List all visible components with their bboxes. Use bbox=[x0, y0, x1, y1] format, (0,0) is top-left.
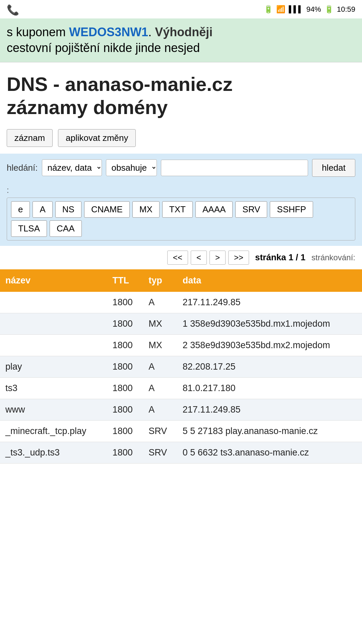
cell-name: www bbox=[0, 399, 107, 420]
filter-label: : bbox=[7, 185, 355, 195]
cell-ttl: 1800 bbox=[107, 356, 143, 377]
pagination-next-button[interactable]: > bbox=[209, 251, 226, 265]
col-name: název bbox=[0, 269, 107, 292]
dns-table: název TTL typ data 1800 A 217.11.249.85 … bbox=[0, 269, 362, 464]
filter-tab-tlsa[interactable]: TLSA bbox=[11, 220, 47, 237]
cell-type: SRV bbox=[143, 442, 177, 463]
ad-banner: s kuponem WEDOS3NW1. Výhodněji cestovní … bbox=[0, 18, 362, 62]
pagination-page-info: stránka 1 / 1 bbox=[255, 252, 305, 263]
pagination-prev-button[interactable]: < bbox=[191, 251, 207, 265]
filter-tab-cname[interactable]: CNAME bbox=[84, 201, 130, 218]
cell-type: MX bbox=[143, 334, 177, 356]
table-row[interactable]: _ts3._udp.ts3 1800 SRV 0 5 6632 ts3.anan… bbox=[0, 442, 362, 463]
col-ttl: TTL bbox=[107, 269, 143, 292]
cell-data: 217.11.249.85 bbox=[177, 292, 362, 313]
col-data: data bbox=[177, 269, 362, 292]
search-input[interactable] bbox=[161, 160, 308, 176]
col-type: typ bbox=[143, 269, 177, 292]
phone-icon: 📞 bbox=[7, 4, 19, 16]
search-condition-select[interactable]: obsahuje je bbox=[106, 159, 157, 176]
signal-icon: ▌▌▌ bbox=[289, 5, 303, 13]
cell-type: MX bbox=[143, 313, 177, 334]
filter-tab-aaaa[interactable]: AAAA bbox=[195, 201, 233, 218]
pagination-extra: stránkování: bbox=[311, 253, 355, 262]
table-row[interactable]: www 1800 A 217.11.249.85 bbox=[0, 399, 362, 420]
cell-ttl: 1800 bbox=[107, 399, 143, 420]
cell-ttl: 1800 bbox=[107, 442, 143, 463]
cell-ttl: 1800 bbox=[107, 334, 143, 356]
page-title-line2: záznamy domény bbox=[7, 96, 168, 118]
table-row[interactable]: _minecraft._tcp.play 1800 SRV 5 5 27183 … bbox=[0, 420, 362, 442]
cell-data: 0 5 6632 ts3.ananaso-manie.cz bbox=[177, 442, 362, 463]
add-record-button[interactable]: záznam bbox=[7, 129, 53, 147]
filter-section: : e A NS CNAME MX TXT AAAA SRV SSHFP TLS… bbox=[0, 182, 362, 246]
cell-name bbox=[0, 292, 107, 313]
table-row[interactable]: 1800 MX 2 358e9d3903e535bd.mx2.mojedom bbox=[0, 334, 362, 356]
cell-type: A bbox=[143, 292, 177, 313]
filter-tab-sshfp[interactable]: SSHFP bbox=[270, 201, 313, 218]
filter-tab-ns[interactable]: NS bbox=[55, 201, 81, 218]
cell-data: 82.208.17.25 bbox=[177, 356, 362, 377]
filter-tab-srv[interactable]: SRV bbox=[235, 201, 267, 218]
search-field-select[interactable]: název, data název data bbox=[42, 159, 102, 176]
filter-tab-all[interactable]: e bbox=[11, 201, 30, 218]
filter-tab-txt[interactable]: TXT bbox=[162, 201, 193, 218]
battery-charging-icon: 🔋 bbox=[264, 5, 273, 14]
ad-tagline: Výhodněji bbox=[155, 25, 213, 39]
cell-ttl: 1800 bbox=[107, 313, 143, 334]
toolbar: záznam aplikovat změny bbox=[0, 126, 362, 154]
cell-name: play bbox=[0, 356, 107, 377]
table-header-row: název TTL typ data bbox=[0, 269, 362, 292]
cell-name: _ts3._udp.ts3 bbox=[0, 442, 107, 463]
ad-text-prefix: s kuponem bbox=[7, 25, 69, 39]
cell-data: 217.11.249.85 bbox=[177, 399, 362, 420]
clock: 10:59 bbox=[337, 5, 355, 14]
ad-text-suffix: . bbox=[148, 25, 155, 39]
wifi-icon: 📶 bbox=[276, 5, 285, 14]
cell-ttl: 1800 bbox=[107, 420, 143, 442]
filter-tab-a[interactable]: A bbox=[33, 201, 52, 218]
pagination-last-button[interactable]: >> bbox=[228, 251, 249, 265]
table-row[interactable]: play 1800 A 82.208.17.25 bbox=[0, 356, 362, 377]
pagination-bar: << < > >> stránka 1 / 1 stránkování: bbox=[0, 246, 362, 269]
filter-tab-caa[interactable]: CAA bbox=[50, 220, 81, 237]
search-label: hledání: bbox=[7, 163, 38, 173]
cell-data: 1 358e9d3903e535bd.mx1.mojedom bbox=[177, 313, 362, 334]
cell-data: 81.0.217.180 bbox=[177, 377, 362, 399]
cell-type: A bbox=[143, 356, 177, 377]
ad-coupon-code: WEDOS3NW1 bbox=[69, 25, 148, 39]
cell-ttl: 1800 bbox=[107, 377, 143, 399]
cell-name bbox=[0, 313, 107, 334]
page-title: DNS - ananaso-manie.cz záznamy domény bbox=[7, 72, 355, 119]
cell-type: SRV bbox=[143, 420, 177, 442]
table-row[interactable]: 1800 MX 1 358e9d3903e535bd.mx1.mojedom bbox=[0, 313, 362, 334]
page-header: DNS - ananaso-manie.cz záznamy domény bbox=[0, 62, 362, 126]
cell-ttl: 1800 bbox=[107, 292, 143, 313]
filter-tab-mx[interactable]: MX bbox=[132, 201, 160, 218]
pagination-first-button[interactable]: << bbox=[167, 251, 188, 265]
cell-name: _minecraft._tcp.play bbox=[0, 420, 107, 442]
status-bar: 📞 🔋 📶 ▌▌▌ 94% 🔋 10:59 bbox=[0, 0, 362, 18]
table-row[interactable]: ts3 1800 A 81.0.217.180 bbox=[0, 377, 362, 399]
filter-tabs: e A NS CNAME MX TXT AAAA SRV SSHFP TLSA … bbox=[7, 198, 355, 240]
page-title-line1: DNS - ananaso-manie.cz bbox=[7, 73, 233, 95]
cell-data: 5 5 27183 play.ananaso-manie.cz bbox=[177, 420, 362, 442]
search-button[interactable]: hledat bbox=[312, 159, 355, 177]
apply-changes-button[interactable]: aplikovat změny bbox=[58, 129, 136, 147]
table-row[interactable]: 1800 A 217.11.249.85 bbox=[0, 292, 362, 313]
cell-name bbox=[0, 334, 107, 356]
cell-data: 2 358e9d3903e535bd.mx2.mojedom bbox=[177, 334, 362, 356]
battery-percent: 94% bbox=[306, 5, 321, 14]
cell-name: ts3 bbox=[0, 377, 107, 399]
cell-type: A bbox=[143, 399, 177, 420]
search-bar: hledání: název, data název data obsahuje… bbox=[0, 154, 362, 182]
ad-line2: cestovní pojištění nikde jinde nesjed bbox=[7, 41, 200, 55]
cell-type: A bbox=[143, 377, 177, 399]
battery-icon: 🔋 bbox=[324, 5, 334, 14]
